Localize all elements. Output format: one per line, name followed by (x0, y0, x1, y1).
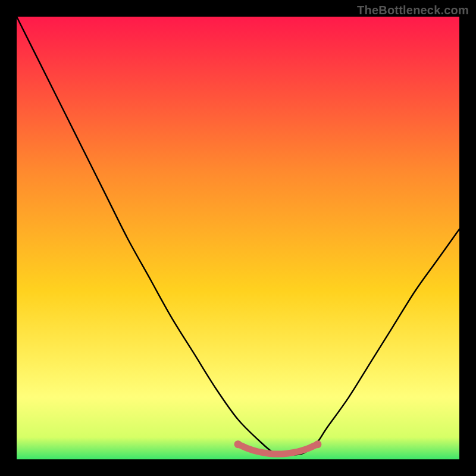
gradient-background (17, 17, 459, 459)
highlight-endpoint (314, 440, 321, 448)
highlight-endpoint (234, 440, 242, 448)
chart-frame: TheBottleneck.com (0, 0, 476, 476)
watermark-text: TheBottleneck.com (357, 4, 469, 17)
chart-svg (17, 17, 459, 459)
plot-area (17, 17, 459, 459)
